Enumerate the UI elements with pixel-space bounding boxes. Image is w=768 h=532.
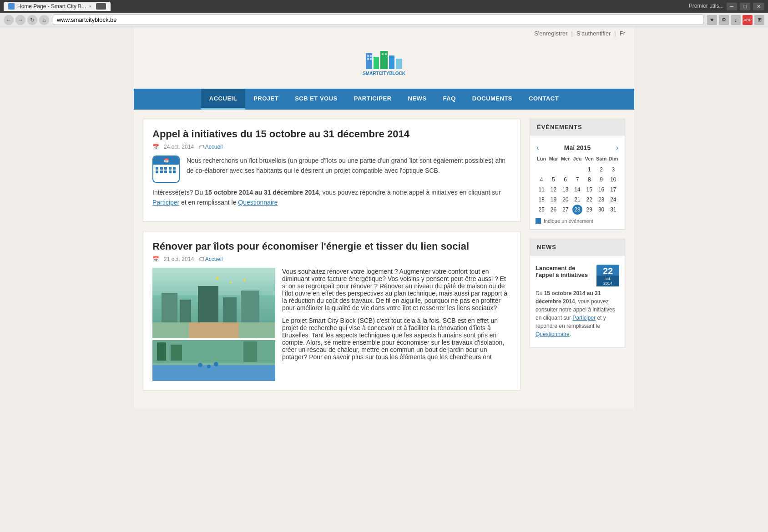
article-2-body-p2: Le projet Smart City Block (SCB) c'est t… (282, 317, 511, 361)
article-1-date: 24 oct. 2014 (164, 144, 194, 150)
settings-icon[interactable]: ⚙ (719, 15, 729, 25)
cal-cell-14[interactable]: 14 (571, 185, 583, 195)
cal-cell-17[interactable]: 17 (607, 185, 619, 195)
nav-participer[interactable]: PARTICIPER (346, 89, 400, 110)
cal-cell-11[interactable]: 11 (536, 185, 547, 195)
cal-cell-7[interactable]: 7 (571, 175, 583, 185)
cal-cell-18[interactable]: 18 (536, 195, 547, 205)
cal-cell-8[interactable]: 8 (583, 175, 595, 185)
nav-contact[interactable]: CONTACT (520, 89, 567, 110)
events-widget-body: ‹ Mai 2015 › Lun Mar Mer Jeu Ven Sam Dim (530, 136, 625, 229)
register-link[interactable]: S'enregistrer (534, 30, 567, 37)
cal-cell-empty (536, 165, 547, 175)
cal-cell-15[interactable]: 15 (583, 185, 595, 195)
city-illustration-1 (152, 268, 275, 338)
questionnaire-link-sidebar[interactable]: Questionnaire (536, 331, 570, 337)
svg-rect-10 (385, 53, 387, 55)
cal-cell-13[interactable]: 13 (560, 185, 571, 195)
cal-cell-30[interactable]: 30 (595, 205, 607, 215)
article-2-images (152, 268, 275, 381)
close-button[interactable]: ✕ (753, 3, 764, 10)
cal-cell-20[interactable]: 20 (560, 195, 571, 205)
mini-calendar: ‹ Mai 2015 › Lun Mar Mer Jeu Ven Sam Dim (536, 141, 619, 224)
cal-cell-6[interactable]: 6 (560, 175, 571, 185)
cal-cell-23[interactable]: 23 (595, 195, 607, 205)
article-1-tag: 🏷 Accueil (198, 144, 222, 150)
sep2: | (614, 30, 616, 37)
cal-cell-10[interactable]: 10 (607, 175, 619, 185)
cal-cell-25[interactable]: 25 (536, 205, 547, 215)
premier-utils-label: Premier utils... (689, 3, 724, 10)
calendar-prev-button[interactable]: ‹ (536, 144, 539, 152)
svg-rect-7 (367, 58, 369, 60)
cal-cell-9[interactable]: 9 (595, 175, 607, 185)
participer-link-1[interactable]: Participer (152, 199, 179, 206)
news-widget: NEWS Lancement de l'appel à initiatives … (530, 239, 625, 348)
home-button[interactable]: ⌂ (39, 15, 49, 25)
article-2-meta: 📅 21 oct. 2014 🏷 Accueil (152, 256, 511, 262)
sep1: | (571, 30, 572, 37)
cal-cell-27[interactable]: 27 (560, 205, 571, 215)
article-1-body-intro: Nous recherchons un îlot bruxellois (un … (187, 156, 511, 176)
article-2-tag: 🏷 Accueil (198, 256, 222, 262)
tab-close-button[interactable]: × (89, 4, 91, 9)
article-1-category-link[interactable]: Accueil (205, 144, 223, 150)
news-item-1-header: Lancement de l'appel à initiatives 22 oc… (536, 265, 619, 286)
minimize-button[interactable]: ─ (727, 3, 738, 10)
article-1-body-detail: Intéressé(e)s? Du 15 octobre 2014 au 31 … (152, 187, 511, 208)
site-logo[interactable]: SMARTCITYBLOCK (352, 44, 416, 80)
svg-rect-5 (367, 55, 369, 57)
refresh-button[interactable]: ↻ (27, 15, 37, 25)
article-1: Appel à initiatives du 15 octobre au 31 … (143, 119, 520, 222)
cal-cell-31[interactable]: 31 (607, 205, 619, 215)
cal-cell-19[interactable]: 19 (547, 195, 559, 205)
day-mer: Mer (560, 155, 571, 163)
cal-cell-24[interactable]: 24 (607, 195, 619, 205)
forward-button[interactable]: → (15, 15, 25, 25)
cal-cell-1[interactable]: 1 (583, 165, 595, 175)
cal-cell-5[interactable]: 5 (547, 175, 559, 185)
cal-cell-3[interactable]: 3 (607, 165, 619, 175)
cal-cell-22[interactable]: 22 (583, 195, 595, 205)
bookmark-icon[interactable]: ★ (707, 15, 717, 25)
cal-cell-28-today[interactable]: 28 (572, 205, 582, 215)
nav-documents[interactable]: DOCUMENTS (464, 89, 520, 110)
cal-cell-2[interactable]: 2 (595, 165, 607, 175)
article-1-title: Appel à initiatives du 15 octobre au 31 … (152, 128, 511, 140)
extension-icon[interactable]: ⊞ (754, 15, 764, 25)
language-selector[interactable]: Fr (620, 30, 625, 37)
calendar-next-button[interactable]: › (616, 144, 618, 152)
main-content: Appel à initiatives du 15 octobre au 31 … (143, 119, 520, 400)
participer-link-sidebar[interactable]: Participer (572, 315, 596, 321)
maximize-button[interactable]: □ (740, 3, 750, 10)
svg-rect-4 (396, 59, 402, 69)
legend-text: Indique un événement (544, 218, 593, 224)
news-date-badge: 22 oct. 2014 (596, 265, 619, 286)
day-ven: Ven (583, 155, 595, 163)
login-link[interactable]: S'authentifier (576, 30, 611, 37)
adblock-icon[interactable]: ABP (743, 15, 753, 25)
cal-cell-12[interactable]: 12 (547, 185, 559, 195)
back-button[interactable]: ← (4, 15, 14, 25)
cal-cell-4[interactable]: 4 (536, 175, 547, 185)
cal-cell-29[interactable]: 29 (583, 205, 595, 215)
calendar-header: ‹ Mai 2015 › (536, 141, 619, 155)
city-illustration-2 (152, 340, 275, 381)
cal-cell-16[interactable]: 16 (595, 185, 607, 195)
url-input[interactable] (53, 15, 703, 25)
download-icon[interactable]: ↓ (731, 15, 741, 25)
content-area: Appel à initiatives du 15 octobre au 31 … (134, 110, 634, 409)
nav-scb-et-vous[interactable]: SCB ET VOUS (287, 89, 346, 110)
nav-projet[interactable]: PROJET (245, 89, 287, 110)
news-item-1: Lancement de l'appel à initiatives 22 oc… (536, 261, 619, 342)
cal-cell-26[interactable]: 26 (547, 205, 559, 215)
article-2-category-link[interactable]: Accueil (205, 256, 223, 262)
nav-faq[interactable]: FAQ (435, 89, 464, 110)
cal-cell-21[interactable]: 21 (571, 195, 583, 205)
nav-news[interactable]: NEWS (400, 89, 435, 110)
nav-accueil[interactable]: ACCUEIL (201, 89, 245, 110)
cal-cell-empty (560, 165, 571, 175)
calendar-legend: Indique un événement (536, 218, 619, 224)
browser-tab[interactable]: Home Page - Smart City B... × (4, 2, 111, 11)
questionnaire-link-1[interactable]: Questionnaire (238, 199, 278, 206)
